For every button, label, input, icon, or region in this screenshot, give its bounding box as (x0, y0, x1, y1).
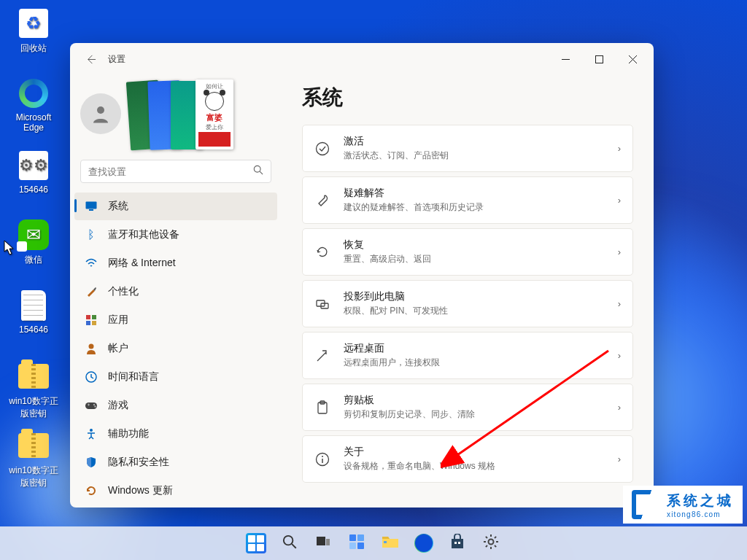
card-check[interactable]: 激活激活状态、订阅、产品密钥› (302, 125, 633, 172)
desktop-icon-recycle-bin[interactable]: 回收站 (6, 7, 61, 55)
recycle-bin-icon (18, 7, 50, 39)
search-box[interactable] (80, 160, 271, 183)
svg-rect-7 (86, 321, 90, 325)
desktop-icon-pref[interactable]: ⚙⚙ 154646 (6, 149, 61, 195)
profile-area[interactable]: 全 如何让富 如何让 富婆 爱上你 (73, 75, 279, 160)
svg-rect-0 (595, 55, 603, 63)
svg-point-21 (322, 456, 323, 457)
svg-rect-31 (454, 542, 457, 544)
card-remote[interactable]: 远程桌面远程桌面用户，连接权限› (302, 332, 633, 379)
apps-icon (85, 314, 98, 326)
desktop-icon-zip-1[interactable]: win10数字正版密钥 (6, 360, 61, 420)
person-icon (90, 103, 112, 125)
nav-item-wifi[interactable]: 网络 & Internet (74, 249, 277, 277)
nav-item-display[interactable]: 系统 (74, 192, 277, 220)
desktop-icon-label: win10数字正版密钥 (6, 395, 61, 420)
card-title: 远程桌面 (344, 342, 605, 355)
nav-item-shield[interactable]: 隐私和安全性 (74, 448, 277, 476)
nav-item-label: Windows 更新 (108, 484, 173, 497)
taskbar-store[interactable] (443, 529, 472, 558)
card-title: 剪贴板 (344, 394, 605, 407)
minimize-button[interactable] (549, 47, 582, 71)
nav-item-label: 应用 (108, 314, 128, 327)
watermark: 系统之城 xitong86.com (623, 486, 743, 524)
watermark-url: xitong86.com (667, 510, 734, 518)
main-panel: 系统 激活激活状态、订阅、产品密钥›疑难解答建议的疑难解答、首选项和历史记录›恢… (282, 75, 654, 508)
desktop-icon-label: 154646 (19, 184, 48, 195)
taskbar-widgets[interactable] (342, 529, 371, 558)
mouse-cursor (4, 240, 15, 256)
chevron-right-icon: › (618, 246, 621, 257)
desktop-icon-zip-2[interactable]: win10数字正版密钥 (6, 429, 61, 489)
desktop-icon-label: 微信 (25, 254, 42, 266)
card-recover[interactable]: 恢复重置、高级启动、返回› (302, 228, 633, 276)
card-title: 投影到此电脑 (344, 290, 605, 303)
wifi-icon (85, 258, 98, 268)
svg-point-14 (90, 429, 93, 432)
clock-icon (85, 371, 98, 383)
nav-item-apps[interactable]: 应用 (74, 306, 277, 334)
zip-folder-icon (18, 360, 50, 392)
desktop-icon-document[interactable]: 154646 (6, 289, 61, 335)
back-button[interactable] (79, 47, 102, 71)
svg-point-15 (317, 142, 329, 155)
nav-item-clock[interactable]: 时间和语言 (74, 363, 277, 391)
display-icon (85, 201, 98, 211)
chevron-right-icon: › (618, 454, 621, 464)
nav-item-update[interactable]: Windows 更新 (74, 477, 277, 505)
search-icon (282, 534, 297, 553)
taskbar-explorer[interactable] (376, 529, 405, 558)
chevron-right-icon: › (618, 402, 621, 413)
project-icon (314, 298, 330, 311)
card-info[interactable]: 关于设备规格，重命名电脑、Windows 规格› (302, 435, 633, 483)
close-button[interactable] (616, 47, 649, 71)
card-title: 关于 (344, 446, 605, 459)
taskbar-settings[interactable] (476, 529, 506, 558)
search-input[interactable] (88, 166, 253, 177)
avatar (80, 93, 121, 134)
svg-rect-6 (92, 315, 96, 319)
check-icon (314, 141, 330, 156)
game-icon (85, 400, 98, 411)
start-button[interactable] (241, 529, 271, 558)
svg-rect-25 (326, 539, 330, 545)
search-icon (253, 165, 263, 178)
nav-item-access[interactable]: 辅助功能 (74, 420, 277, 448)
card-subtitle: 设备规格，重命名电脑、Windows 规格 (344, 460, 605, 472)
taskbar-search[interactable] (275, 529, 304, 558)
nav-item-label: 个性化 (108, 285, 139, 298)
nav-item-label: 帐户 (108, 342, 128, 355)
widgets-icon (349, 534, 365, 553)
svg-rect-29 (357, 542, 364, 549)
info-icon (314, 452, 330, 467)
maximize-button[interactable] (582, 47, 616, 71)
nav-list: 系统ᛒ蓝牙和其他设备网络 & Internet个性化应用帐户时间和语言游戏辅助功… (73, 192, 279, 508)
nav-item-brush[interactable]: 个性化 (74, 278, 277, 306)
nav-item-label: 隐私和安全性 (108, 456, 169, 469)
window-title: 设置 (108, 53, 125, 66)
card-clip[interactable]: 剪贴板剪切和复制历史记录、同步、清除› (302, 384, 633, 431)
card-subtitle: 远程桌面用户，连接权限 (344, 357, 605, 369)
chevron-right-icon: › (618, 143, 621, 154)
card-project[interactable]: 投影到此电脑权限、配对 PIN、可发现性› (302, 280, 633, 327)
card-title: 恢复 (344, 238, 605, 252)
svg-rect-28 (349, 542, 356, 549)
card-subtitle: 权限、配对 PIN、可发现性 (344, 305, 605, 317)
nav-item-bluetooth[interactable]: ᛒ蓝牙和其他设备 (74, 221, 277, 249)
nav-item-person[interactable]: 帐户 (74, 335, 277, 362)
gears-icon: ⚙⚙ (18, 149, 50, 182)
titlebar: 设置 (70, 43, 654, 75)
svg-rect-5 (86, 315, 90, 319)
access-icon (85, 428, 98, 440)
taskbar-taskview[interactable] (309, 529, 338, 558)
watermark-logo-icon (632, 490, 661, 519)
desktop-icon-label: 154646 (19, 324, 48, 335)
taskbar-edge[interactable] (409, 529, 438, 558)
taskbar (0, 526, 747, 560)
svg-point-9 (89, 344, 94, 349)
nav-item-game[interactable]: 游戏 (74, 392, 277, 419)
card-wrench[interactable]: 疑难解答建议的疑难解答、首选项和历史记录› (302, 176, 633, 224)
nav-item-label: 游戏 (108, 399, 128, 412)
update-icon (85, 485, 98, 497)
desktop-icon-edge[interactable]: Microsoft Edge (6, 77, 61, 133)
